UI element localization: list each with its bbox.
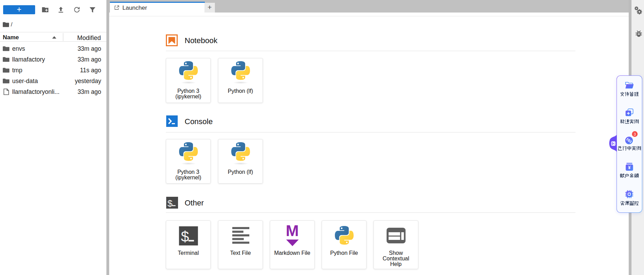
svg-text:$: $ (168, 198, 173, 209)
svg-text:$: $ (181, 228, 189, 245)
svg-text:3: 3 (634, 132, 636, 136)
